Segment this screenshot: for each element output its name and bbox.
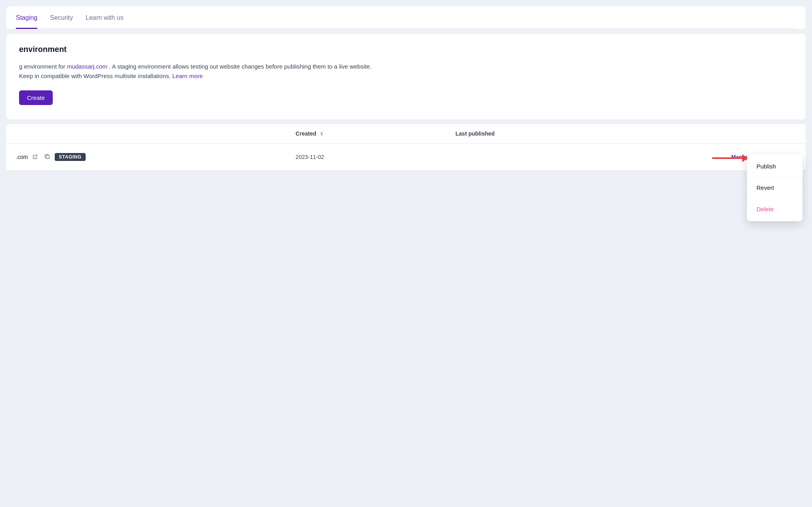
tab-bar: Staging Security Learn with us	[6, 6, 806, 29]
arrow-indicator	[712, 157, 744, 159]
created-cell: 2023-11-02	[286, 143, 446, 171]
external-link-button[interactable]	[31, 153, 40, 161]
site-link[interactable]: mudassarj.com	[67, 63, 107, 70]
svg-rect-0	[46, 155, 50, 159]
col-created-label: Created	[296, 130, 316, 137]
revert-button[interactable]: Revert	[747, 179, 802, 197]
staging-badge: STAGING	[55, 153, 85, 161]
lastpublished-cell	[446, 143, 646, 171]
table-row: .com	[6, 143, 806, 171]
desc-prefix: g environment for	[19, 63, 67, 70]
col-header-lastpublished: Last published	[446, 124, 646, 143]
site-cell: .com	[6, 143, 286, 171]
table-card: Created ⇕ Last published .com	[6, 124, 806, 171]
info-card: environment g environment for mudassarj.…	[6, 34, 806, 119]
site-name: .com	[16, 154, 28, 160]
col-header-actions	[646, 124, 806, 143]
staging-table: Created ⇕ Last published .com	[6, 124, 806, 171]
arrow-line	[712, 157, 744, 159]
learn-more-link[interactable]: Learn more	[172, 73, 203, 79]
delete-button[interactable]: Delete	[747, 200, 802, 218]
section-title: environment	[19, 45, 793, 54]
tab-learn-with-us[interactable]: Learn with us	[86, 6, 123, 29]
sort-icon[interactable]: ⇕	[320, 131, 324, 137]
menu-divider-1	[747, 177, 802, 177]
table-header-row: Created ⇕ Last published	[6, 124, 806, 143]
col-header-site	[6, 124, 286, 143]
menu-divider-2	[747, 198, 802, 199]
col-lastpub-label: Last published	[456, 130, 495, 137]
publish-button[interactable]: Publish	[747, 157, 802, 175]
tab-staging[interactable]: Staging	[16, 6, 37, 29]
tabs-container: Staging Security Learn with us	[16, 6, 796, 29]
create-button[interactable]: Create	[19, 90, 53, 105]
dropdown-menu: Publish Revert Delete	[747, 154, 802, 221]
created-date: 2023-11-02	[296, 154, 324, 160]
description-text: g environment for mudassarj.com . A stag…	[19, 62, 376, 81]
site-cell-content: .com	[16, 153, 277, 161]
col-header-created: Created ⇕	[286, 124, 446, 143]
copy-button[interactable]	[43, 153, 52, 161]
tab-security[interactable]: Security	[50, 6, 73, 29]
